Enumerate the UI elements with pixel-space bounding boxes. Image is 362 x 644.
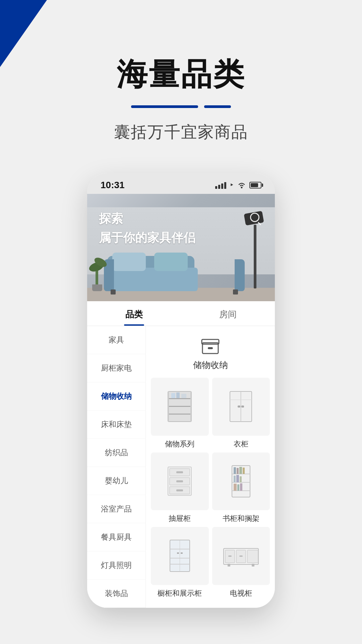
signal-bar-2	[218, 185, 220, 189]
storage-category-icon	[201, 338, 220, 355]
svg-rect-12	[181, 394, 186, 398]
svg-rect-32	[243, 468, 245, 474]
svg-rect-8	[168, 391, 169, 422]
svg-rect-53	[252, 564, 254, 567]
sidebar-item-bathroom[interactable]: 浴室产品	[87, 495, 145, 523]
svg-rect-7	[168, 414, 191, 415]
svg-rect-10	[171, 393, 175, 398]
tab-category[interactable]: 品类	[87, 301, 181, 326]
sofa-cushion-right	[154, 253, 188, 271]
svg-rect-35	[240, 476, 242, 482]
hero-line1: 探索	[99, 211, 195, 227]
plant-pot	[92, 284, 102, 291]
svg-rect-34	[236, 475, 239, 482]
sofa-leg-left	[111, 289, 116, 294]
sidebar-item-kitchen[interactable]: 厨柜家电	[87, 354, 145, 382]
product-img-wardrobe	[212, 378, 270, 436]
signal-bar-3	[221, 183, 223, 189]
status-time: 10:31	[101, 180, 125, 191]
sidebar-item-storage[interactable]: 储物收纳	[87, 382, 145, 411]
product-img-cabinet	[151, 527, 209, 585]
product-item-tv-cabinet[interactable]: 电视柜	[212, 527, 270, 598]
svg-rect-37	[237, 484, 239, 491]
svg-rect-29	[234, 467, 236, 474]
svg-rect-52	[228, 564, 230, 567]
search-button[interactable]	[246, 209, 263, 226]
battery-icon	[249, 182, 261, 189]
wardrobe-icon	[228, 390, 253, 423]
product-img-tv-cabinet	[212, 527, 270, 585]
sidebar: 家具 厨柜家电 储物收纳 床和床垫 纺织品 婴幼儿 浴室产品 餐具厨具 灯具照明…	[87, 326, 146, 608]
title-underline	[0, 105, 362, 108]
svg-rect-51	[239, 555, 243, 557]
sidebar-item-textile[interactable]: 纺织品	[87, 439, 145, 467]
status-icons: ‣	[215, 181, 261, 190]
product-label-cabinet: 橱柜和展示柜	[151, 588, 209, 598]
svg-rect-45	[181, 552, 183, 554]
product-item-drawer[interactable]: 抽屉柜	[151, 452, 209, 524]
product-item-cabinet[interactable]: 橱柜和展示柜	[151, 527, 209, 598]
product-label-bookshelf: 书柜和搁架	[212, 514, 270, 524]
svg-rect-6	[168, 406, 191, 407]
svg-rect-31	[239, 467, 242, 474]
svg-rect-2	[202, 339, 219, 344]
svg-rect-44	[177, 552, 179, 554]
product-item-shelf[interactable]: 储物系列	[151, 378, 209, 449]
sofa-arm-right	[235, 259, 245, 291]
phone-mockup: 10:31 ‣	[87, 173, 275, 608]
product-item-wardrobe[interactable]: 衣柜	[212, 378, 270, 449]
sidebar-item-bed[interactable]: 床和床垫	[87, 411, 145, 439]
svg-rect-50	[228, 555, 232, 557]
svg-rect-30	[237, 468, 239, 474]
tab-bar: 品类 房间	[87, 301, 275, 326]
product-label-tv-cabinet: 电视柜	[212, 588, 270, 598]
hero-text: 探索 属于你的家具伴侣	[99, 211, 195, 246]
product-item-bookshelf[interactable]: 书柜和搁架	[212, 452, 270, 524]
wifi-icon: ‣	[230, 181, 234, 190]
cabinet-icon	[169, 539, 191, 573]
product-img-drawer	[151, 452, 209, 511]
sidebar-item-cookware[interactable]: 餐具厨具	[87, 523, 145, 551]
svg-rect-20	[176, 471, 183, 473]
content-area: 家具 厨柜家电 储物收纳 床和床垫 纺织品 婴幼儿 浴室产品 餐具厨具 灯具照明…	[87, 326, 275, 608]
wifi-symbol	[237, 182, 246, 189]
search-handle	[258, 222, 261, 225]
category-header: 储物收纳	[151, 333, 270, 378]
shelf-icon	[166, 390, 193, 423]
sidebar-item-decor[interactable]: 装饰品	[87, 580, 145, 608]
sofa-seat	[104, 268, 198, 291]
svg-rect-3	[208, 347, 213, 349]
svg-rect-49	[247, 550, 258, 563]
subtitle: 囊括万千宜家商品	[0, 121, 362, 143]
signal-bar-4	[224, 182, 226, 189]
sidebar-item-furniture[interactable]: 家具	[87, 326, 145, 354]
hero-line2: 属于你的家具伴侣	[99, 230, 195, 246]
svg-rect-11	[176, 392, 180, 398]
phone-wrapper: 10:31 ‣	[0, 173, 362, 608]
svg-rect-24	[176, 489, 183, 491]
bookshelf-icon	[231, 465, 251, 498]
right-content: 储物收纳	[146, 326, 275, 608]
header-section: 海量品类 囊括万千宜家商品	[0, 0, 362, 163]
product-label-drawer: 抽屉柜	[151, 514, 209, 524]
svg-rect-16	[241, 406, 244, 408]
category-title: 储物收纳	[151, 359, 270, 371]
lamp-pole	[254, 225, 256, 288]
svg-rect-33	[234, 476, 236, 482]
underline-long	[131, 105, 198, 108]
signal-icon	[215, 181, 226, 189]
product-label-wardrobe: 衣柜	[212, 439, 270, 449]
drawer-icon	[166, 465, 193, 497]
svg-point-0	[241, 187, 243, 189]
product-label-shelf: 储物系列	[151, 439, 209, 449]
status-bar: 10:31 ‣	[87, 173, 275, 194]
svg-rect-38	[240, 483, 242, 491]
signal-bar-1	[215, 186, 217, 189]
svg-rect-9	[190, 391, 191, 422]
sidebar-item-baby[interactable]: 婴幼儿	[87, 467, 145, 495]
sidebar-item-lighting[interactable]: 灯具照明	[87, 551, 145, 580]
product-img-bookshelf	[212, 452, 270, 511]
underline-short	[204, 105, 231, 108]
svg-rect-36	[234, 484, 237, 491]
tab-room[interactable]: 房间	[181, 301, 275, 326]
